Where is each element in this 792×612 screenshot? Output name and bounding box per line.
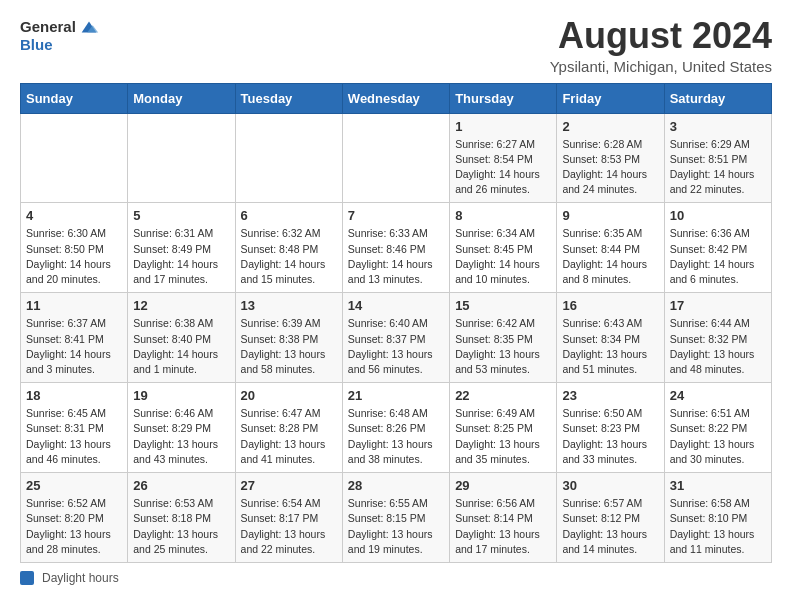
calendar-week-row: 25Sunrise: 6:52 AMSunset: 8:20 PMDayligh… [21, 473, 772, 563]
day-number: 17 [670, 298, 766, 313]
header: General Blue August 2024 Ypsilanti, Mich… [20, 16, 772, 75]
day-info: Sunrise: 6:30 AMSunset: 8:50 PMDaylight:… [26, 226, 122, 287]
calendar-header-cell: Friday [557, 83, 664, 113]
legend: Daylight hours [20, 571, 772, 585]
day-number: 4 [26, 208, 122, 223]
calendar-cell: 15Sunrise: 6:42 AMSunset: 8:35 PMDayligh… [450, 293, 557, 383]
day-info: Sunrise: 6:46 AMSunset: 8:29 PMDaylight:… [133, 406, 229, 467]
logo-icon [78, 16, 100, 38]
day-info: Sunrise: 6:51 AMSunset: 8:22 PMDaylight:… [670, 406, 766, 467]
calendar-week-row: 4Sunrise: 6:30 AMSunset: 8:50 PMDaylight… [21, 203, 772, 293]
day-info: Sunrise: 6:58 AMSunset: 8:10 PMDaylight:… [670, 496, 766, 557]
calendar-cell: 4Sunrise: 6:30 AMSunset: 8:50 PMDaylight… [21, 203, 128, 293]
calendar-table: SundayMondayTuesdayWednesdayThursdayFrid… [20, 83, 772, 563]
calendar-cell: 7Sunrise: 6:33 AMSunset: 8:46 PMDaylight… [342, 203, 449, 293]
calendar-cell: 3Sunrise: 6:29 AMSunset: 8:51 PMDaylight… [664, 113, 771, 203]
logo: General Blue [20, 16, 100, 54]
day-info: Sunrise: 6:29 AMSunset: 8:51 PMDaylight:… [670, 137, 766, 198]
day-info: Sunrise: 6:34 AMSunset: 8:45 PMDaylight:… [455, 226, 551, 287]
day-number: 28 [348, 478, 444, 493]
day-info: Sunrise: 6:38 AMSunset: 8:40 PMDaylight:… [133, 316, 229, 377]
calendar-week-row: 11Sunrise: 6:37 AMSunset: 8:41 PMDayligh… [21, 293, 772, 383]
day-info: Sunrise: 6:42 AMSunset: 8:35 PMDaylight:… [455, 316, 551, 377]
main-title: August 2024 [550, 16, 772, 56]
calendar-header-cell: Tuesday [235, 83, 342, 113]
day-info: Sunrise: 6:39 AMSunset: 8:38 PMDaylight:… [241, 316, 337, 377]
day-number: 29 [455, 478, 551, 493]
calendar-cell: 5Sunrise: 6:31 AMSunset: 8:49 PMDaylight… [128, 203, 235, 293]
day-number: 27 [241, 478, 337, 493]
day-info: Sunrise: 6:37 AMSunset: 8:41 PMDaylight:… [26, 316, 122, 377]
legend-color-box [20, 571, 34, 585]
day-info: Sunrise: 6:53 AMSunset: 8:18 PMDaylight:… [133, 496, 229, 557]
day-number: 23 [562, 388, 658, 403]
day-info: Sunrise: 6:27 AMSunset: 8:54 PMDaylight:… [455, 137, 551, 198]
calendar-cell: 8Sunrise: 6:34 AMSunset: 8:45 PMDaylight… [450, 203, 557, 293]
calendar-cell: 29Sunrise: 6:56 AMSunset: 8:14 PMDayligh… [450, 473, 557, 563]
day-info: Sunrise: 6:28 AMSunset: 8:53 PMDaylight:… [562, 137, 658, 198]
calendar-cell: 28Sunrise: 6:55 AMSunset: 8:15 PMDayligh… [342, 473, 449, 563]
day-number: 10 [670, 208, 766, 223]
calendar-cell: 10Sunrise: 6:36 AMSunset: 8:42 PMDayligh… [664, 203, 771, 293]
day-number: 3 [670, 119, 766, 134]
logo-general-text: General [20, 18, 76, 36]
day-info: Sunrise: 6:54 AMSunset: 8:17 PMDaylight:… [241, 496, 337, 557]
day-info: Sunrise: 6:52 AMSunset: 8:20 PMDaylight:… [26, 496, 122, 557]
calendar-header-cell: Monday [128, 83, 235, 113]
day-number: 1 [455, 119, 551, 134]
day-info: Sunrise: 6:31 AMSunset: 8:49 PMDaylight:… [133, 226, 229, 287]
logo-blue-text: Blue [20, 36, 53, 54]
day-number: 26 [133, 478, 229, 493]
day-info: Sunrise: 6:55 AMSunset: 8:15 PMDaylight:… [348, 496, 444, 557]
subtitle: Ypsilanti, Michigan, United States [550, 58, 772, 75]
day-number: 22 [455, 388, 551, 403]
day-info: Sunrise: 6:32 AMSunset: 8:48 PMDaylight:… [241, 226, 337, 287]
day-number: 21 [348, 388, 444, 403]
calendar-cell: 12Sunrise: 6:38 AMSunset: 8:40 PMDayligh… [128, 293, 235, 383]
day-info: Sunrise: 6:44 AMSunset: 8:32 PMDaylight:… [670, 316, 766, 377]
day-info: Sunrise: 6:56 AMSunset: 8:14 PMDaylight:… [455, 496, 551, 557]
day-number: 12 [133, 298, 229, 313]
day-number: 5 [133, 208, 229, 223]
calendar-cell: 19Sunrise: 6:46 AMSunset: 8:29 PMDayligh… [128, 383, 235, 473]
day-number: 7 [348, 208, 444, 223]
day-number: 24 [670, 388, 766, 403]
calendar-cell: 6Sunrise: 6:32 AMSunset: 8:48 PMDaylight… [235, 203, 342, 293]
title-block: August 2024 Ypsilanti, Michigan, United … [550, 16, 772, 75]
day-number: 16 [562, 298, 658, 313]
calendar-cell: 21Sunrise: 6:48 AMSunset: 8:26 PMDayligh… [342, 383, 449, 473]
calendar-cell: 23Sunrise: 6:50 AMSunset: 8:23 PMDayligh… [557, 383, 664, 473]
day-info: Sunrise: 6:57 AMSunset: 8:12 PMDaylight:… [562, 496, 658, 557]
day-info: Sunrise: 6:33 AMSunset: 8:46 PMDaylight:… [348, 226, 444, 287]
day-number: 25 [26, 478, 122, 493]
calendar-header-cell: Wednesday [342, 83, 449, 113]
day-number: 13 [241, 298, 337, 313]
calendar-cell: 24Sunrise: 6:51 AMSunset: 8:22 PMDayligh… [664, 383, 771, 473]
day-number: 31 [670, 478, 766, 493]
calendar-cell: 27Sunrise: 6:54 AMSunset: 8:17 PMDayligh… [235, 473, 342, 563]
calendar-header-cell: Sunday [21, 83, 128, 113]
calendar-cell: 18Sunrise: 6:45 AMSunset: 8:31 PMDayligh… [21, 383, 128, 473]
day-info: Sunrise: 6:48 AMSunset: 8:26 PMDaylight:… [348, 406, 444, 467]
calendar-cell: 16Sunrise: 6:43 AMSunset: 8:34 PMDayligh… [557, 293, 664, 383]
calendar-header-cell: Thursday [450, 83, 557, 113]
calendar-cell: 14Sunrise: 6:40 AMSunset: 8:37 PMDayligh… [342, 293, 449, 383]
day-number: 11 [26, 298, 122, 313]
calendar-cell: 26Sunrise: 6:53 AMSunset: 8:18 PMDayligh… [128, 473, 235, 563]
day-info: Sunrise: 6:45 AMSunset: 8:31 PMDaylight:… [26, 406, 122, 467]
calendar-header-row: SundayMondayTuesdayWednesdayThursdayFrid… [21, 83, 772, 113]
day-info: Sunrise: 6:36 AMSunset: 8:42 PMDaylight:… [670, 226, 766, 287]
calendar-cell [128, 113, 235, 203]
day-number: 18 [26, 388, 122, 403]
calendar-cell: 20Sunrise: 6:47 AMSunset: 8:28 PMDayligh… [235, 383, 342, 473]
calendar-week-row: 18Sunrise: 6:45 AMSunset: 8:31 PMDayligh… [21, 383, 772, 473]
calendar-cell [342, 113, 449, 203]
day-info: Sunrise: 6:50 AMSunset: 8:23 PMDaylight:… [562, 406, 658, 467]
day-number: 6 [241, 208, 337, 223]
calendar-cell [235, 113, 342, 203]
legend-label: Daylight hours [42, 571, 119, 585]
day-number: 15 [455, 298, 551, 313]
day-number: 20 [241, 388, 337, 403]
calendar-week-row: 1Sunrise: 6:27 AMSunset: 8:54 PMDaylight… [21, 113, 772, 203]
calendar-cell: 31Sunrise: 6:58 AMSunset: 8:10 PMDayligh… [664, 473, 771, 563]
